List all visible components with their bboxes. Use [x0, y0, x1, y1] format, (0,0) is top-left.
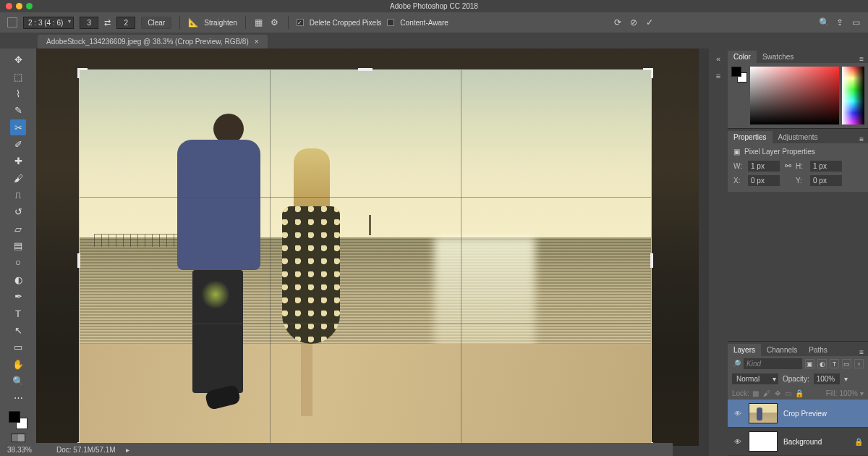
swap-dimensions-icon[interactable]: ⇄ — [104, 18, 111, 28]
cancel-crop-icon[interactable]: ⊘ — [629, 17, 639, 28]
pen-tool[interactable]: ✒ — [10, 289, 26, 304]
brush-tool[interactable]: 🖌 — [10, 171, 26, 186]
tab-swatches[interactable]: Swatches — [757, 51, 799, 63]
lasso-tool[interactable]: ⌇ — [10, 86, 26, 101]
dock-expand-icon[interactable]: « — [712, 53, 724, 64]
history-brush-tool[interactable]: ↺ — [10, 204, 26, 219]
quick-select-tool[interactable]: ✎ — [10, 103, 26, 118]
lock-transparent-icon[interactable]: ▦ — [752, 389, 760, 397]
type-tool[interactable]: T — [10, 305, 26, 321]
crop-handle-left[interactable] — [77, 253, 80, 268]
hue-strip[interactable] — [842, 67, 864, 124]
layer-thumbnail[interactable] — [749, 431, 778, 452]
overlay-options-icon[interactable]: ▦ — [254, 17, 264, 28]
tab-color[interactable]: Color — [728, 51, 757, 63]
eyedropper-tool[interactable]: ✐ — [10, 137, 26, 152]
fill-dropdown-icon[interactable]: ▾ — [860, 389, 864, 397]
crop-handle-top[interactable] — [358, 68, 373, 71]
filter-pixel-icon[interactable]: ▣ — [805, 359, 814, 368]
shape-tool[interactable]: ▭ — [10, 339, 26, 355]
healing-tool[interactable]: ✚ — [10, 153, 26, 169]
zoom-tool[interactable]: 🔍 — [10, 373, 26, 389]
color-field[interactable] — [750, 67, 839, 124]
y-input[interactable]: 0 px — [810, 175, 842, 186]
panel-menu-icon[interactable]: ≡ — [855, 135, 868, 143]
path-select-tool[interactable]: ↖ — [10, 323, 26, 338]
gradient-tool[interactable]: ▤ — [10, 238, 26, 253]
opacity-input[interactable]: 100% — [814, 373, 840, 384]
vertical-scrollbar[interactable] — [699, 48, 709, 446]
panel-menu-icon[interactable]: ≡ — [855, 55, 868, 63]
x-input[interactable]: 0 px — [748, 175, 780, 186]
width-input[interactable]: 1 px — [748, 161, 780, 172]
search-icon[interactable]: 🔍 — [819, 17, 829, 28]
crop-handle-right[interactable] — [650, 253, 653, 268]
tab-properties[interactable]: Properties — [728, 131, 773, 143]
arrange-icon[interactable]: ▭ — [851, 17, 861, 28]
filter-kind-select[interactable]: Kind — [744, 358, 802, 369]
share-icon[interactable]: ⇪ — [835, 17, 845, 28]
crop-box[interactable] — [80, 70, 651, 450]
maximize-window[interactable] — [26, 3, 33, 9]
ratio-width-input[interactable]: 3 — [80, 17, 98, 29]
lock-all-icon[interactable]: 🔒 — [795, 389, 804, 397]
tab-adjustments[interactable]: Adjustments — [773, 131, 824, 143]
height-input[interactable]: 1 px — [810, 161, 842, 172]
filter-adjust-icon[interactable]: ◐ — [817, 359, 827, 368]
quick-mask-toggle[interactable] — [11, 434, 25, 443]
lock-position-icon[interactable]: ✥ — [773, 389, 782, 397]
straighten-label[interactable]: Straighten — [204, 19, 237, 27]
fill-input[interactable]: 100% — [839, 389, 858, 397]
edit-toolbar[interactable]: ⋯ — [10, 390, 26, 405]
content-aware-checkbox[interactable] — [387, 19, 394, 26]
filter-smart-icon[interactable]: ▫ — [854, 359, 864, 368]
move-tool[interactable]: ✥ — [10, 52, 26, 67]
opacity-dropdown-icon[interactable]: ▾ — [844, 375, 848, 383]
blend-mode-select[interactable]: Normal — [732, 373, 778, 384]
commit-crop-icon[interactable]: ✓ — [644, 17, 655, 28]
crop-options-icon[interactable]: ⚙ — [270, 17, 280, 28]
history-panel-icon[interactable]: ≡ — [712, 70, 724, 82]
filter-type-icon[interactable]: T — [830, 359, 839, 368]
visibility-icon[interactable]: 👁 — [733, 438, 743, 446]
marquee-tool[interactable]: ⬚ — [10, 69, 26, 84]
blur-tool[interactable]: ○ — [10, 255, 26, 270]
close-window[interactable] — [6, 3, 12, 9]
doc-size[interactable]: Doc: 57.1M/57.1M — [56, 446, 116, 454]
tab-channels[interactable]: Channels — [761, 344, 803, 356]
clone-tool[interactable]: ⎍ — [10, 187, 26, 203]
layer-name[interactable]: Crop Preview — [783, 410, 863, 418]
delete-cropped-checkbox[interactable] — [297, 19, 304, 26]
filter-search-icon[interactable]: 🔎 — [732, 360, 741, 368]
tab-layers[interactable]: Layers — [728, 344, 761, 356]
zoom-level[interactable]: 38.33% — [7, 446, 46, 454]
aspect-ratio-preset[interactable]: 2 : 3 (4 : 6) — [23, 17, 74, 29]
visibility-icon[interactable]: 👁 — [733, 410, 743, 418]
close-tab-icon[interactable]: × — [255, 38, 259, 46]
layer-row[interactable]: 👁 Background 🔒 — [728, 428, 868, 456]
color-swatch[interactable] — [731, 67, 747, 83]
layer-name[interactable]: Background — [783, 438, 848, 446]
layer-thumbnail[interactable] — [749, 403, 778, 423]
foreground-background-swatch[interactable] — [9, 411, 27, 429]
tab-paths[interactable]: Paths — [803, 344, 833, 356]
straighten-icon[interactable]: 📐 — [188, 17, 198, 28]
layer-row[interactable]: 👁 Crop Preview — [728, 400, 868, 428]
lock-artboard-icon[interactable]: ▭ — [784, 389, 793, 397]
hand-tool[interactable]: ✋ — [10, 356, 26, 371]
eraser-tool[interactable]: ▱ — [10, 221, 26, 237]
reset-crop-icon[interactable]: ⟳ — [613, 17, 623, 28]
dodge-tool[interactable]: ◐ — [10, 272, 26, 287]
clear-button[interactable]: Clear — [141, 17, 171, 29]
document-tab[interactable]: AdobeStock_134236609.jpeg @ 38.3% (Crop … — [38, 35, 268, 48]
filter-shape-icon[interactable]: ▭ — [842, 359, 851, 368]
link-wh-icon[interactable]: ⚯ — [783, 161, 793, 171]
crop-tool[interactable]: ✂ — [10, 119, 26, 135]
lock-image-icon[interactable]: 🖌 — [762, 389, 771, 397]
status-arrow-icon[interactable]: ▸ — [126, 446, 129, 454]
minimize-window[interactable] — [16, 3, 22, 9]
canvas-area[interactable] — [36, 48, 709, 456]
panel-menu-icon[interactable]: ≡ — [855, 348, 868, 356]
ratio-height-input[interactable]: 2 — [116, 17, 135, 29]
crop-tool-preset-icon[interactable] — [7, 17, 17, 28]
